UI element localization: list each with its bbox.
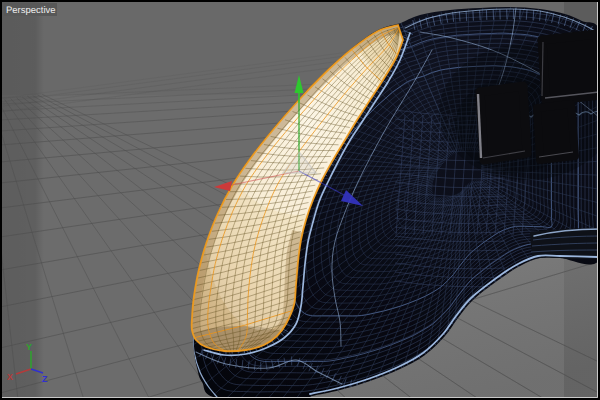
svg-text:Perspective: Perspective (6, 5, 56, 16)
svg-text:Z: Z (42, 374, 48, 384)
svg-text:X: X (7, 372, 13, 382)
svg-text:Y: Y (26, 342, 32, 352)
